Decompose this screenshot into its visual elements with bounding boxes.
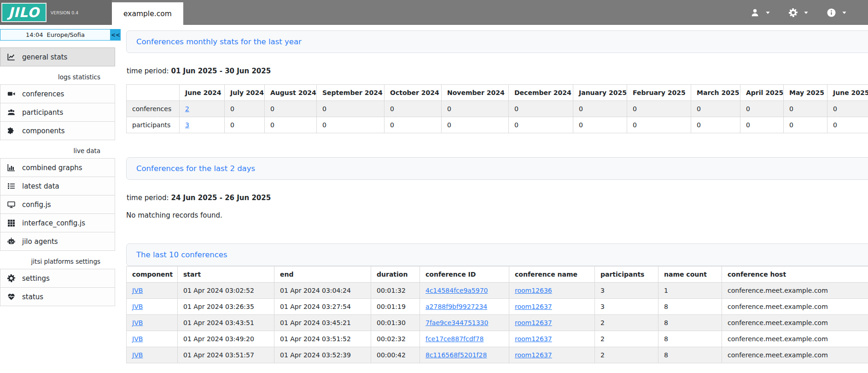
component-link[interactable]: JVB [132,351,143,359]
card-monthly-stats: Conferences monthly stats for the last y… [126,30,868,53]
cell-name-count: 1 [664,287,668,294]
stat-value-link[interactable]: 3 [185,121,189,129]
table-row: JVB01 Apr 2024 03:02:5201 Apr 2024 03:04… [127,283,868,299]
conference-name-link[interactable]: room12637 [515,351,552,359]
month-column-header-july-2024: July 2024 [225,85,265,101]
sidebar-item-general-stats[interactable]: general stats [0,47,115,66]
top-menus [751,0,868,25]
table-cell: room12637 [509,299,595,315]
monthly-stats-title[interactable]: Conferences monthly stats for the last y… [136,37,868,46]
table-cell: 0 [691,117,740,133]
grid-icon [7,219,16,227]
conference-id-link[interactable]: a2788f9bf9927234 [425,303,487,310]
stat-value: 0 [789,105,793,112]
sidebar-item-label: status [22,293,43,301]
list-icon [7,182,16,190]
cell-conference-host: conference.meet.example.com [728,351,828,359]
table-cell: conference.meet.example.com [722,331,868,347]
platform-tab-example-com[interactable]: example.com [112,2,183,25]
table-cell: 0 [442,117,509,133]
table-cell: conferences [127,101,180,117]
conference-id-link[interactable]: 8c116568f5201f28 [425,351,487,359]
month-column-header-june-2025: June 2025 [827,85,868,101]
last-2-days-section: Conferences for the last 2 days time per… [126,157,868,219]
sidebar-collapse-button[interactable]: << [111,29,121,41]
sidebar-item-participants[interactable]: participants [0,103,115,122]
conference-id-link[interactable]: fce17ce887fcdf78 [425,335,484,343]
cell-start: 01 Apr 2024 03:51:57 [183,351,254,359]
table-cell: 0 [225,101,265,117]
conference-name-link[interactable]: room12637 [515,303,552,310]
sidebar: 14:04 Europe/Sofia << general statslogs … [0,25,121,306]
account-menu[interactable] [751,8,770,17]
stat-value-link[interactable]: 2 [185,105,189,112]
column-header-participants: participants [595,266,658,283]
sidebar-item-combined-graphs[interactable]: combined graphs [0,158,115,177]
table-cell: JVB [127,347,178,363]
table-header-row: componentstartenddurationconference IDco… [127,266,868,283]
sidebar-item-latest-data[interactable]: latest data [0,177,115,195]
component-link[interactable]: JVB [132,303,143,310]
table-cell: 8 [658,347,722,363]
sidebar-section-label-jitsi-platforms-settings: jitsi platforms settings [0,258,115,265]
table-cell: 3 [595,299,658,315]
stat-value: 0 [833,121,837,129]
sidebar-item-jilo-agents[interactable]: jilo agents [0,232,115,251]
table-cell: 01 Apr 2024 03:51:57 [178,347,274,363]
info-menu[interactable] [827,8,847,17]
table-cell: 4c14584fce9a5970 [420,283,509,299]
jilo-logo[interactable]: JILO [1,3,47,22]
stat-value: 0 [230,105,234,112]
table-cell: 00:01:30 [371,315,420,331]
cell-conference-host: conference.meet.example.com [728,335,828,343]
conference-name-link[interactable]: room12637 [515,335,552,343]
sidebar-item-config-js[interactable]: config.js [0,195,115,214]
sidebar-section-label-logs-statistics: logs statistics [0,73,115,81]
sidebar-menu: general statslogs statisticsconferencesp… [0,48,121,306]
cell-duration: 00:01:19 [377,303,406,310]
sidebar-item-label: participants [22,108,63,117]
gear-icon [789,8,798,17]
empty-column-header [127,85,180,101]
sidebar-item-label: config.js [22,201,51,209]
last-10-conferences-title[interactable]: The last 10 conferences [136,250,868,259]
table-cell: fce17ce887fcdf78 [420,331,509,347]
month-column-header-september-2024: September 2024 [317,85,384,101]
settings-menu[interactable] [789,8,809,17]
table-cell: 00:01:19 [371,299,420,315]
stat-value: 0 [833,105,837,112]
component-link[interactable]: JVB [132,287,143,294]
table-cell: room12636 [509,283,595,299]
table-cell: 3 [595,283,658,299]
stat-row-label: participants [132,121,170,129]
table-cell: 0 [509,117,573,133]
caret-down-icon [804,10,809,15]
conference-name-link[interactable]: room12636 [515,287,552,294]
cell-participants: 2 [600,351,605,359]
cell-name-count: 8 [664,303,668,310]
info-icon [827,8,836,17]
table-cell: 01 Apr 2024 03:51:52 [274,331,371,347]
stat-value: 0 [579,105,583,112]
table-row: JVB01 Apr 2024 03:26:3501 Apr 2024 03:27… [127,299,868,315]
component-link[interactable]: JVB [132,319,143,326]
component-link[interactable]: JVB [132,335,143,343]
conference-name-link[interactable]: room12637 [515,319,552,326]
conference-id-link[interactable]: 7fae9ce344751330 [425,319,488,326]
time-period-value: 24 Jun 2025 - 26 Jun 2025 [171,194,271,202]
time-period: time period:01 Jun 2025 - 30 Jun 2025 [127,67,868,75]
sidebar-item-label: conferences [22,90,64,98]
sidebar-item-label: jilo agents [22,237,58,246]
table-cell: 0 [740,117,784,133]
sidebar-item-components[interactable]: components [0,121,115,140]
table-cell: 0 [827,101,868,117]
sidebar-item-interface-config-js[interactable]: interface_config.js [0,213,115,232]
table-cell: JVB [127,315,178,331]
column-header-conference-name: conference name [509,266,595,283]
column-header-duration: duration [371,266,420,283]
last-2-days-title[interactable]: Conferences for the last 2 days [136,164,868,173]
sidebar-item-settings[interactable]: settings [0,269,115,288]
conference-id-link[interactable]: 4c14584fce9a5970 [425,287,488,294]
sidebar-item-status[interactable]: status [0,287,115,306]
sidebar-item-conferences[interactable]: conferences [0,84,115,103]
